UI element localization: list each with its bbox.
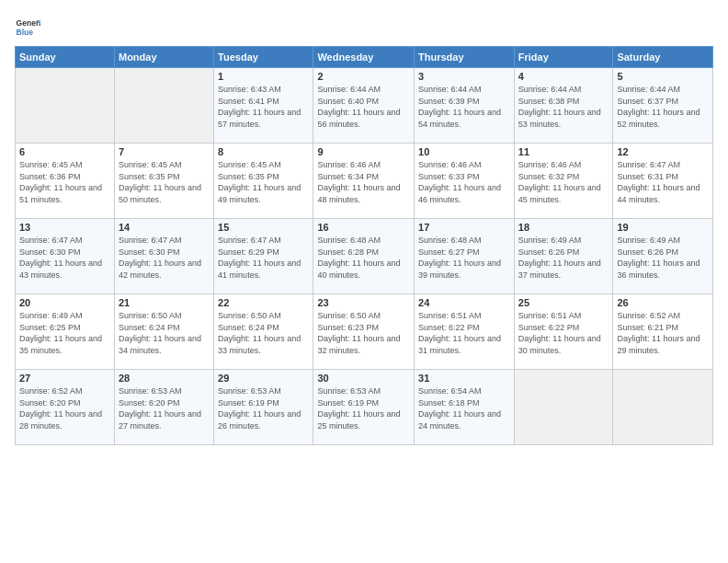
calendar-cell: 13Sunrise: 6:47 AM Sunset: 6:30 PM Dayli… — [16, 219, 115, 294]
day-info: Sunrise: 6:51 AM Sunset: 6:22 PM Dayligh… — [518, 310, 609, 356]
weekday-header-wednesday: Wednesday — [313, 47, 415, 68]
day-number: 26 — [617, 297, 709, 308]
day-info: Sunrise: 6:43 AM Sunset: 6:41 PM Dayligh… — [218, 84, 309, 130]
day-number: 7 — [119, 146, 210, 157]
day-number: 6 — [19, 146, 110, 157]
page: General Blue SundayMondayTuesdayWednesda… — [0, 0, 728, 563]
day-number: 28 — [119, 373, 210, 384]
day-info: Sunrise: 6:46 AM Sunset: 6:33 PM Dayligh… — [418, 159, 510, 205]
calendar-cell: 24Sunrise: 6:51 AM Sunset: 6:22 PM Dayli… — [415, 294, 515, 370]
day-number: 24 — [418, 297, 510, 308]
day-number: 29 — [218, 373, 309, 384]
day-number: 17 — [418, 222, 510, 233]
day-info: Sunrise: 6:45 AM Sunset: 6:35 PM Dayligh… — [218, 159, 309, 205]
day-number: 21 — [119, 297, 210, 308]
day-number: 9 — [317, 146, 410, 157]
day-info: Sunrise: 6:47 AM Sunset: 6:29 PM Dayligh… — [218, 235, 309, 281]
calendar-cell: 25Sunrise: 6:51 AM Sunset: 6:22 PM Dayli… — [514, 294, 613, 370]
calendar-cell: 30Sunrise: 6:53 AM Sunset: 6:19 PM Dayli… — [313, 370, 415, 445]
day-info: Sunrise: 6:48 AM Sunset: 6:27 PM Dayligh… — [418, 235, 510, 281]
calendar-cell: 20Sunrise: 6:49 AM Sunset: 6:25 PM Dayli… — [16, 294, 115, 370]
calendar-cell: 3Sunrise: 6:44 AM Sunset: 6:39 PM Daylig… — [415, 68, 515, 144]
day-number: 10 — [418, 146, 510, 157]
day-info: Sunrise: 6:45 AM Sunset: 6:35 PM Dayligh… — [119, 159, 210, 205]
calendar-cell: 8Sunrise: 6:45 AM Sunset: 6:35 PM Daylig… — [214, 144, 313, 219]
day-info: Sunrise: 6:52 AM Sunset: 6:21 PM Dayligh… — [617, 310, 709, 356]
weekday-header-monday: Monday — [114, 47, 213, 68]
day-number: 18 — [518, 222, 609, 233]
calendar-cell: 18Sunrise: 6:49 AM Sunset: 6:26 PM Dayli… — [514, 219, 613, 294]
calendar-body: 1Sunrise: 6:43 AM Sunset: 6:41 PM Daylig… — [16, 68, 713, 445]
day-number: 27 — [19, 373, 110, 384]
logo: General Blue — [15, 15, 40, 40]
calendar-cell: 11Sunrise: 6:46 AM Sunset: 6:32 PM Dayli… — [514, 144, 613, 219]
day-info: Sunrise: 6:44 AM Sunset: 6:37 PM Dayligh… — [617, 84, 709, 130]
calendar-cell: 26Sunrise: 6:52 AM Sunset: 6:21 PM Dayli… — [613, 294, 713, 370]
calendar-cell: 6Sunrise: 6:45 AM Sunset: 6:36 PM Daylig… — [16, 144, 115, 219]
day-info: Sunrise: 6:47 AM Sunset: 6:30 PM Dayligh… — [119, 235, 210, 281]
day-number: 8 — [218, 146, 309, 157]
day-info: Sunrise: 6:46 AM Sunset: 6:34 PM Dayligh… — [317, 159, 410, 205]
day-info: Sunrise: 6:49 AM Sunset: 6:26 PM Dayligh… — [518, 235, 609, 281]
calendar-cell: 23Sunrise: 6:50 AM Sunset: 6:23 PM Dayli… — [313, 294, 415, 370]
day-info: Sunrise: 6:49 AM Sunset: 6:26 PM Dayligh… — [617, 235, 709, 281]
day-number: 3 — [418, 71, 510, 82]
day-info: Sunrise: 6:47 AM Sunset: 6:30 PM Dayligh… — [19, 235, 110, 281]
day-info: Sunrise: 6:47 AM Sunset: 6:31 PM Dayligh… — [617, 159, 709, 205]
weekday-header-friday: Friday — [514, 47, 613, 68]
day-number: 25 — [518, 297, 609, 308]
day-number: 4 — [518, 71, 609, 82]
day-info: Sunrise: 6:44 AM Sunset: 6:39 PM Dayligh… — [418, 84, 510, 130]
calendar-cell: 7Sunrise: 6:45 AM Sunset: 6:35 PM Daylig… — [114, 144, 213, 219]
calendar-cell: 2Sunrise: 6:44 AM Sunset: 6:40 PM Daylig… — [313, 68, 415, 144]
weekday-header-row: SundayMondayTuesdayWednesdayThursdayFrid… — [16, 47, 713, 68]
day-info: Sunrise: 6:50 AM Sunset: 6:23 PM Dayligh… — [317, 310, 410, 356]
day-number: 15 — [218, 222, 309, 233]
svg-text:Blue: Blue — [17, 28, 34, 37]
calendar-cell: 17Sunrise: 6:48 AM Sunset: 6:27 PM Dayli… — [415, 219, 515, 294]
day-number: 16 — [317, 222, 410, 233]
svg-text:General: General — [17, 18, 40, 28]
day-number: 22 — [218, 297, 309, 308]
calendar-cell: 9Sunrise: 6:46 AM Sunset: 6:34 PM Daylig… — [313, 144, 415, 219]
calendar-cell: 27Sunrise: 6:52 AM Sunset: 6:20 PM Dayli… — [16, 370, 115, 445]
day-info: Sunrise: 6:53 AM Sunset: 6:19 PM Dayligh… — [218, 385, 309, 431]
calendar-cell: 31Sunrise: 6:54 AM Sunset: 6:18 PM Dayli… — [415, 370, 515, 445]
calendar-week-3: 13Sunrise: 6:47 AM Sunset: 6:30 PM Dayli… — [16, 219, 713, 294]
day-number: 23 — [317, 297, 410, 308]
day-info: Sunrise: 6:50 AM Sunset: 6:24 PM Dayligh… — [119, 310, 210, 356]
day-info: Sunrise: 6:52 AM Sunset: 6:20 PM Dayligh… — [19, 385, 110, 431]
day-info: Sunrise: 6:44 AM Sunset: 6:38 PM Dayligh… — [518, 84, 609, 130]
day-number: 11 — [518, 146, 609, 157]
calendar-week-2: 6Sunrise: 6:45 AM Sunset: 6:36 PM Daylig… — [16, 144, 713, 219]
calendar-table: SundayMondayTuesdayWednesdayThursdayFrid… — [15, 46, 713, 445]
weekday-header-sunday: Sunday — [16, 47, 115, 68]
calendar-cell — [114, 68, 213, 144]
day-info: Sunrise: 6:54 AM Sunset: 6:18 PM Dayligh… — [418, 385, 510, 431]
day-number: 30 — [317, 373, 410, 384]
weekday-header-saturday: Saturday — [613, 47, 713, 68]
header: General Blue — [15, 15, 713, 40]
weekday-header-tuesday: Tuesday — [214, 47, 313, 68]
day-info: Sunrise: 6:48 AM Sunset: 6:28 PM Dayligh… — [317, 235, 410, 281]
calendar-cell: 15Sunrise: 6:47 AM Sunset: 6:29 PM Dayli… — [214, 219, 313, 294]
calendar-week-1: 1Sunrise: 6:43 AM Sunset: 6:41 PM Daylig… — [16, 68, 713, 144]
day-info: Sunrise: 6:53 AM Sunset: 6:19 PM Dayligh… — [317, 385, 410, 431]
calendar-cell — [16, 68, 115, 144]
weekday-header-thursday: Thursday — [415, 47, 515, 68]
day-number: 5 — [617, 71, 709, 82]
day-number: 14 — [119, 222, 210, 233]
day-info: Sunrise: 6:50 AM Sunset: 6:24 PM Dayligh… — [218, 310, 309, 356]
day-info: Sunrise: 6:51 AM Sunset: 6:22 PM Dayligh… — [418, 310, 510, 356]
day-number: 1 — [218, 71, 309, 82]
calendar-cell: 5Sunrise: 6:44 AM Sunset: 6:37 PM Daylig… — [613, 68, 713, 144]
calendar-week-4: 20Sunrise: 6:49 AM Sunset: 6:25 PM Dayli… — [16, 294, 713, 370]
day-number: 12 — [617, 146, 709, 157]
calendar-cell — [514, 370, 613, 445]
calendar-cell: 12Sunrise: 6:47 AM Sunset: 6:31 PM Dayli… — [613, 144, 713, 219]
calendar-cell: 10Sunrise: 6:46 AM Sunset: 6:33 PM Dayli… — [415, 144, 515, 219]
calendar-cell: 19Sunrise: 6:49 AM Sunset: 6:26 PM Dayli… — [613, 219, 713, 294]
day-number: 31 — [418, 373, 510, 384]
day-number: 19 — [617, 222, 709, 233]
calendar-week-5: 27Sunrise: 6:52 AM Sunset: 6:20 PM Dayli… — [16, 370, 713, 445]
